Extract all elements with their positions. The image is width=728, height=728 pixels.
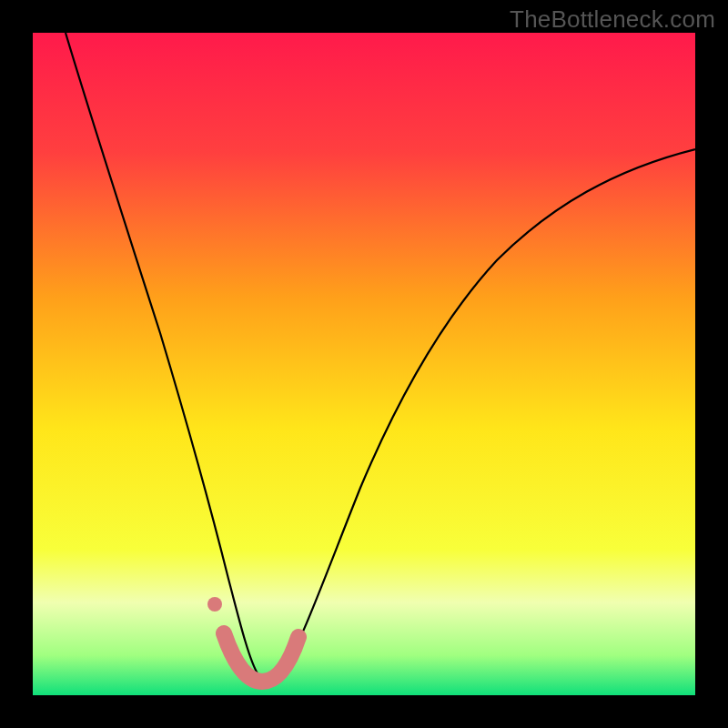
watermark-label: TheBottleneck.com <box>510 5 715 34</box>
highlight-extra-dot <box>207 597 222 612</box>
gradient-background <box>33 33 695 695</box>
chart-frame: TheBottleneck.com <box>0 0 728 728</box>
plot-area <box>33 33 695 695</box>
chart-svg <box>33 33 695 695</box>
